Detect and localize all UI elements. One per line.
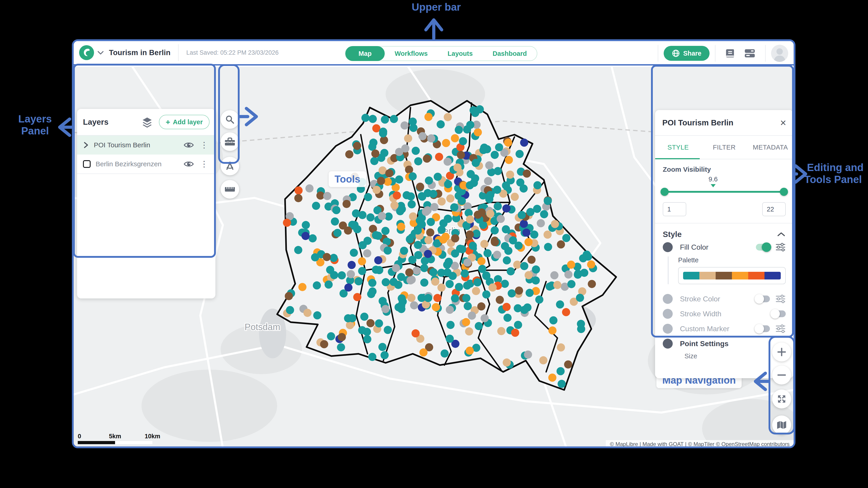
poi-dot[interactable] — [445, 280, 454, 288]
poi-dot[interactable] — [366, 319, 375, 327]
poi-dot[interactable] — [548, 326, 557, 335]
poi-dot[interactable] — [400, 247, 408, 255]
poi-dot[interactable] — [407, 294, 415, 302]
poi-dot[interactable] — [346, 321, 354, 329]
poi-dot[interactable] — [503, 256, 511, 265]
poi-dot[interactable] — [480, 240, 489, 248]
poi-dot[interactable] — [535, 295, 544, 304]
poi-dot[interactable] — [557, 367, 565, 375]
add-layer-button[interactable]: + Add layer — [159, 115, 210, 129]
poi-dot[interactable] — [562, 308, 570, 316]
poi-dot[interactable] — [379, 128, 387, 136]
poi-dot[interactable] — [395, 175, 403, 184]
poi-dot[interactable] — [472, 287, 480, 295]
poi-dot[interactable] — [530, 230, 538, 238]
poi-dot[interactable] — [466, 347, 474, 355]
poi-dot[interactable] — [437, 269, 445, 277]
poi-dot[interactable] — [504, 138, 512, 147]
poi-dot[interactable] — [353, 142, 361, 150]
custom-marker-settings-icon[interactable] — [775, 324, 786, 333]
close-icon[interactable]: × — [780, 118, 786, 128]
poi-dot[interactable] — [414, 226, 422, 234]
poi-dot[interactable] — [338, 333, 346, 341]
tab-dashboard[interactable]: Dashboard — [483, 46, 537, 61]
poi-dot[interactable] — [419, 348, 428, 357]
poi-dot[interactable] — [373, 186, 381, 194]
poi-dot[interactable] — [375, 319, 383, 327]
project-title[interactable]: Tourism in Berlin — [109, 48, 170, 57]
poi-dot[interactable] — [429, 190, 437, 198]
poi-dot[interactable] — [397, 223, 405, 231]
poi-dot[interactable] — [458, 197, 466, 205]
poi-dot[interactable] — [446, 335, 454, 343]
poi-dot[interactable] — [417, 294, 426, 302]
poi-dot[interactable] — [313, 281, 321, 289]
poi-dot[interactable] — [323, 253, 331, 261]
poi-dot[interactable] — [515, 287, 523, 295]
poi-dot[interactable] — [526, 289, 534, 297]
poi-dot[interactable] — [444, 215, 452, 223]
poi-dot[interactable] — [412, 267, 421, 275]
poi-dot[interactable] — [298, 283, 307, 291]
poi-dot[interactable] — [414, 157, 422, 165]
poi-dot[interactable] — [324, 281, 333, 289]
poi-dot[interactable] — [459, 137, 467, 145]
fill-color-toggle[interactable] — [756, 244, 770, 251]
poi-dot[interactable] — [533, 181, 541, 189]
poi-dot[interactable] — [303, 309, 311, 317]
poi-dot[interactable] — [442, 139, 450, 147]
poi-dot[interactable] — [378, 212, 386, 220]
poi-dot[interactable] — [302, 221, 310, 229]
poi-dot[interactable] — [451, 250, 459, 258]
poi-dot[interactable] — [466, 181, 474, 189]
poi-dot[interactable] — [463, 258, 471, 267]
poi-dot[interactable] — [425, 113, 433, 121]
poi-dot[interactable] — [320, 340, 328, 348]
poi-dot[interactable] — [574, 270, 582, 278]
fit-extent-button[interactable] — [772, 390, 791, 409]
poi-dot[interactable] — [371, 150, 379, 158]
poi-dot[interactable] — [444, 113, 452, 121]
poi-dot[interactable] — [368, 353, 376, 361]
poi-dot[interactable] — [294, 194, 303, 202]
measure-tool-button[interactable] — [221, 180, 239, 199]
poi-dot[interactable] — [539, 356, 548, 364]
slider-handle-min[interactable] — [660, 188, 669, 196]
poi-dot[interactable] — [421, 257, 429, 265]
map-canvas[interactable]: BerlinPotsdam Layers + Add layer — [74, 67, 794, 448]
poi-dot[interactable] — [416, 183, 424, 191]
poi-dot[interactable] — [564, 270, 572, 279]
poi-dot[interactable] — [466, 230, 474, 238]
layers-stack-icon[interactable] — [141, 116, 153, 128]
poi-dot[interactable] — [544, 197, 552, 205]
poi-dot[interactable] — [518, 211, 526, 219]
poi-dot[interactable] — [520, 138, 528, 147]
poi-dot[interactable] — [433, 294, 441, 302]
poi-dot[interactable] — [374, 256, 382, 264]
poi-dot[interactable] — [409, 124, 417, 132]
poi-dot[interactable] — [360, 313, 368, 321]
poi-dot[interactable] — [451, 294, 459, 302]
poi-dot[interactable] — [429, 268, 437, 276]
tab-metadata[interactable]: METADATA — [747, 144, 794, 151]
scenario-tool-button[interactable] — [221, 157, 239, 175]
poi-dot[interactable] — [309, 234, 317, 242]
poi-dot[interactable] — [466, 215, 474, 223]
poi-dot[interactable] — [446, 195, 454, 203]
poi-dot[interactable] — [484, 249, 492, 257]
search-tool-button[interactable] — [221, 110, 239, 129]
poi-dot[interactable] — [483, 290, 491, 298]
poi-dot[interactable] — [532, 276, 540, 285]
poi-dot[interactable] — [562, 234, 570, 242]
poi-dot[interactable] — [446, 306, 454, 314]
toolbox-button[interactable] — [221, 132, 239, 151]
poi-dot[interactable] — [431, 278, 439, 286]
poi-dot[interactable] — [424, 250, 432, 258]
poi-dot[interactable] — [432, 303, 440, 311]
poi-dot[interactable] — [496, 296, 504, 304]
poi-dot[interactable] — [381, 305, 390, 313]
poi-dot[interactable] — [491, 151, 499, 159]
poi-dot[interactable] — [505, 156, 513, 164]
poi-dot[interactable] — [520, 306, 528, 314]
poi-dot[interactable] — [478, 265, 487, 273]
